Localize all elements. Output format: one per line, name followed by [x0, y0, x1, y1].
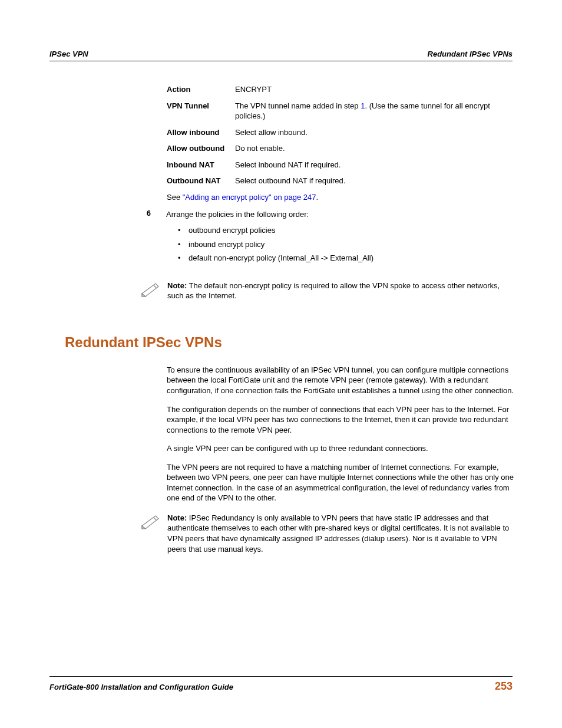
bullet-item: outbound encrypt policies [178, 223, 373, 238]
body-paragraph: To ensure the continuous availability of… [167, 365, 515, 396]
bullet-item: inbound encrypt policy [178, 238, 373, 252]
note-text: Note: IPSec Redundancy is only available… [167, 513, 517, 554]
note-block: Note: IPSec Redundancy is only available… [140, 513, 517, 554]
row-allow-outbound-label: Allow outbound [167, 140, 235, 157]
page-number: 253 [495, 680, 513, 693]
body-paragraph: The configuration depends on the number … [167, 404, 515, 436]
encrypt-policy-link[interactable]: "Adding an encrypt policy" on page 247 [183, 193, 316, 202]
row-action-label: Action [167, 81, 235, 98]
row-vpntunnel-value: The VPN tunnel name added in step 1. (Us… [235, 98, 515, 124]
row-inbound-nat-label: Inbound NAT [167, 157, 235, 173]
header-left: IPSec VPN [49, 50, 88, 58]
footer-rule [49, 676, 513, 677]
bullet-item: default non-encrypt policy (Internal_All… [178, 251, 373, 265]
row-allow-outbound-value: Do not enable. [235, 140, 515, 157]
row-inbound-nat-value: Select inbound NAT if required. [235, 157, 515, 173]
row-action-value: ENCRYPT [235, 81, 515, 98]
section-heading: Redundant IPSec VPNs [65, 334, 513, 351]
note-icon [140, 282, 161, 301]
config-table: Action ENCRYPT VPN Tunnel The VPN tunnel… [167, 81, 515, 189]
row-outbound-nat-label: Outbound NAT [167, 173, 235, 189]
body-paragraph: A single VPN peer can be configured with… [167, 443, 515, 454]
note-block: Note: The default non-encrypt policy is … [140, 281, 517, 301]
body-paragraph: The VPN peers are not required to have a… [167, 462, 515, 503]
step-lead: Arrange the policies in the following or… [166, 209, 373, 220]
step-number: 6 [132, 209, 151, 265]
row-allow-inbound-value: Select allow inbound. [235, 124, 515, 141]
footer-title: FortiGate-800 Installation and Configura… [49, 683, 233, 691]
row-allow-inbound-label: Allow inbound [167, 124, 235, 141]
see-line: See "Adding an encrypt policy" on page 2… [167, 189, 513, 202]
note-text: Note: The default non-encrypt policy is … [167, 281, 517, 301]
step-6: 6 Arrange the policies in the following … [49, 209, 513, 265]
note-icon [140, 514, 161, 533]
section-body: To ensure the continuous availability of… [167, 365, 515, 503]
header-right: Redundant IPSec VPNs [428, 50, 513, 58]
row-outbound-nat-value: Select outbound NAT if required. [235, 173, 515, 189]
row-vpntunnel-label: VPN Tunnel [167, 98, 235, 124]
